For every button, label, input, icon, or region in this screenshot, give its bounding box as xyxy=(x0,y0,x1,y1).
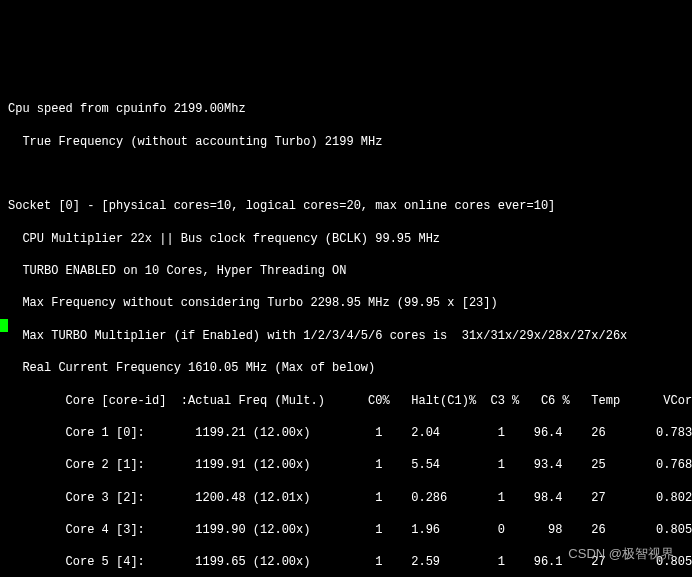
table-row: Core 2 [1]: 1199.91 (12.00x) 1 5.54 1 93… xyxy=(8,457,684,473)
socket0-title: Socket [0] - [physical cores=10, logical… xyxy=(8,198,684,214)
true-freq-line: True Frequency (without accounting Turbo… xyxy=(8,134,684,150)
socket0-mult: CPU Multiplier 22x || Bus clock frequenc… xyxy=(8,231,684,247)
table-row: Core 4 [3]: 1199.90 (12.00x) 1 1.96 0 98… xyxy=(8,522,684,538)
socket0-maxturbo: Max TURBO Multiplier (if Enabled) with 1… xyxy=(8,328,684,344)
watermark: CSDN @极智视界 xyxy=(568,545,674,563)
cursor-bar xyxy=(0,319,8,332)
cpu-speed-line: Cpu speed from cpuinfo 2199.00Mhz xyxy=(8,101,684,117)
table-row: Core 1 [0]: 1199.21 (12.00x) 1 2.04 1 96… xyxy=(8,425,684,441)
socket0-turbo: TURBO ENABLED on 10 Cores, Hyper Threadi… xyxy=(8,263,684,279)
socket0-header: Core [core-id] :Actual Freq (Mult.) C0% … xyxy=(8,393,684,409)
table-row: Core 3 [2]: 1200.48 (12.01x) 1 0.286 1 9… xyxy=(8,490,684,506)
socket0-realfreq: Real Current Frequency 1610.05 MHz (Max … xyxy=(8,360,684,376)
socket0-maxfreq: Max Frequency without considering Turbo … xyxy=(8,295,684,311)
